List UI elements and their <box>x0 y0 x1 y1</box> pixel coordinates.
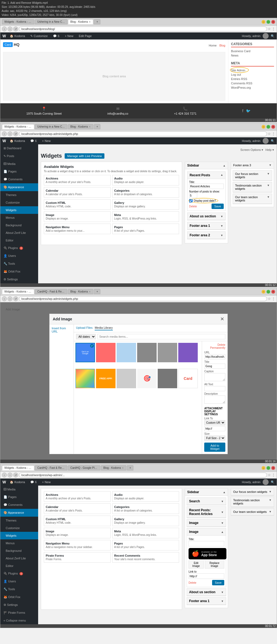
nav-posts[interactable]: ✎ Posts <box>0 152 38 160</box>
tab3-close2[interactable]: ✕ <box>65 290 67 293</box>
nav4-users[interactable]: 👤 Users <box>0 577 38 585</box>
media-item-phone3[interactable] <box>158 369 177 388</box>
app-store-widget[interactable]: 🍎 Available on the App Store <box>189 548 226 559</box>
widget-nav-menu[interactable]: Navigation Menu Add a navigation menu to… <box>44 224 111 234</box>
media-item-purple-app[interactable] <box>178 343 198 362</box>
edit-image-btn[interactable]: Edit Image <box>189 560 204 569</box>
nav-customize[interactable]: Customize <box>0 199 38 206</box>
menu-icon2[interactable]: ⋮ <box>272 132 275 136</box>
nav4-menus[interactable]: Menus <box>0 539 38 547</box>
media-item-google[interactable]: ✓ Get it onGoogle <box>75 343 95 362</box>
admin-item-customize[interactable]: ✎ Customize <box>29 34 49 38</box>
footer-area1-header[interactable]: Footer area 1 ▼ <box>187 222 225 230</box>
tab3-widgets[interactable]: Widgets - Kodorra - W...✕ <box>2 289 34 294</box>
maximize-btn[interactable]: □ <box>266 20 270 24</box>
admin-item4-kodorra[interactable]: 🏠 Kodorra <box>8 480 27 484</box>
sidebar-business-card[interactable]: Business Card <box>231 49 274 53</box>
widget-pages[interactable]: Pages A list of your site's Pages. <box>112 224 179 234</box>
nav-comments[interactable]: 💬 Comments <box>0 175 38 183</box>
close-btn[interactable]: × <box>271 20 275 24</box>
caption-input[interactable] <box>204 373 225 381</box>
tab4-close2[interactable]: ✕ <box>65 467 67 469</box>
maximize-btn4[interactable]: □ <box>266 466 270 470</box>
widget4-meta[interactable]: Meta Login, RSS, & WordPress.org links. <box>112 528 179 538</box>
back-btn4[interactable]: ‹ <box>2 473 7 477</box>
close-btn2[interactable]: × <box>271 125 275 129</box>
image-title-input[interactable] <box>189 541 224 546</box>
testimonials-header[interactable]: Testimonials section widgets ▼ <box>233 182 272 192</box>
media-item-birds[interactable] <box>117 343 136 362</box>
maximize-btn3[interactable]: □ <box>266 290 270 294</box>
maximize-btn2[interactable]: □ <box>266 125 270 129</box>
admin-item2-kodorra[interactable]: 🏠 Kodorra <box>8 139 27 143</box>
nav-blog[interactable]: Blog <box>219 44 225 47</box>
nav-background[interactable]: Background <box>0 221 38 229</box>
minimize-btn[interactable]: – <box>262 20 265 24</box>
nav-settings[interactable]: ⚙ Settings <box>0 275 38 283</box>
nav4-pirate-forms[interactable]: 🏴 Pirate Forms <box>0 609 38 617</box>
nav4-comments[interactable]: 💬 Comments <box>0 501 38 509</box>
refresh-btn[interactable]: ↺ <box>13 26 18 31</box>
image-widget1-header[interactable]: Image ▼ <box>187 519 226 527</box>
nav-about-zerif[interactable]: About Zerif Lite <box>0 229 38 237</box>
minimize-btn4[interactable]: – <box>262 466 265 470</box>
sidebar-comments-rss[interactable]: Comments RSS <box>231 81 274 85</box>
nav-widgets[interactable]: Widgets <box>0 206 38 214</box>
bookmark-icon[interactable]: ☆ <box>268 27 271 31</box>
sidebar-site-admin[interactable]: Site Admin <box>231 68 245 72</box>
manage-live-preview-btn[interactable]: Manage with Live Preview <box>65 153 105 159</box>
nav-plugins[interactable]: 🔌 Plugins 0 <box>0 244 38 252</box>
tab4-blog[interactable]: Blog - Kodorra✕ <box>101 465 126 470</box>
nav4-about-zerif[interactable]: About Zerif Lite <box>0 555 38 562</box>
description-input[interactable] <box>204 396 225 404</box>
nav4-background[interactable]: Background <box>0 547 38 555</box>
tab4-close4[interactable]: ✕ <box>122 467 124 469</box>
recent-posts-widget-header[interactable]: Recent Posts: Recent Articles ▼ <box>187 507 226 518</box>
nav-users[interactable]: 👤 Users <box>0 252 38 260</box>
tab-widgets[interactable]: Widgets - Kodorra - W...✕ <box>2 19 34 24</box>
close-btn4[interactable]: × <box>271 466 275 470</box>
address-bar-section1[interactable]: localhost/wordpress/blog/ <box>19 26 267 31</box>
tab-empty[interactable]: + <box>94 19 100 24</box>
back-btn3[interactable]: ‹ <box>2 296 7 301</box>
sidebar-wporg[interactable]: WordPress.org <box>231 85 274 90</box>
media-item-phone2[interactable] <box>158 343 177 362</box>
tab2-blog[interactable]: Blog - Kodorra✕ <box>68 124 93 129</box>
nav4-collapse-menu[interactable]: « Collapse menu <box>0 617 38 624</box>
back-btn2[interactable]: ‹ <box>2 131 7 136</box>
team4-header[interactable]: Our team section widgets ▼ <box>231 509 274 515</box>
media-item-free-app[interactable]: FREE APP! <box>96 369 116 388</box>
widget-custom-html[interactable]: Custom HTML Arbitrary HTML code. <box>44 199 111 210</box>
media-item-dart[interactable]: 🎯 <box>137 369 157 388</box>
close-btn3[interactable]: × <box>271 290 275 294</box>
refresh-btn3[interactable]: ↺ <box>13 296 18 301</box>
screen-options-btn[interactable]: Screen Options ▾ <box>240 148 263 152</box>
bookmark-icon3[interactable]: ☆ <box>268 297 271 301</box>
admin-item2-new[interactable]: + New <box>41 139 52 142</box>
media-tab-upload[interactable]: Upload Files <box>76 326 93 330</box>
save-btn[interactable]: Save <box>212 204 224 209</box>
widget-gallery[interactable]: Gallery Displays an image gallery. <box>112 199 179 210</box>
media-item-phone-hand[interactable] <box>137 343 157 362</box>
tab2-close3[interactable]: ✕ <box>89 125 91 128</box>
sidebar-logout[interactable]: Log out <box>231 72 274 77</box>
title-input[interactable] <box>204 364 225 369</box>
nav4-plugins[interactable]: 🔌 Plugins 0 <box>0 570 38 577</box>
nav-pages[interactable]: 📄 Pages <box>0 168 38 175</box>
minimize-btn3[interactable]: – <box>262 290 265 294</box>
insert-from-url-link[interactable]: Insert from URL <box>52 327 71 333</box>
add-to-widget-btn[interactable]: Add to Widget <box>204 443 225 452</box>
media-item-card-text[interactable]: Card <box>178 369 198 388</box>
media-tab-library[interactable]: Media Library <box>95 326 113 330</box>
widget4-recent-comments[interactable]: Recent Comments Your site's most recent … <box>112 552 179 563</box>
widget-meta[interactable]: Meta Login, RSS, & WordPress.org links. <box>112 211 179 222</box>
nav-orbitfox[interactable]: 🦊 Orbit Fox <box>0 268 38 275</box>
menu-icon[interactable]: ⋮ <box>272 27 275 31</box>
size-select[interactable]: Full Size - 270 × 80 <box>204 436 225 441</box>
back-btn[interactable]: ‹ <box>2 26 7 31</box>
search-widget-header[interactable]: Search ▼ <box>187 498 226 505</box>
footer-area2-header[interactable]: Footer area 2 ▼ <box>187 232 225 239</box>
recent-posts-header[interactable]: Recent Posts ▲ <box>187 172 225 179</box>
save-btn4[interactable]: Save <box>212 580 224 585</box>
tab2-close2[interactable]: ✕ <box>67 125 67 128</box>
